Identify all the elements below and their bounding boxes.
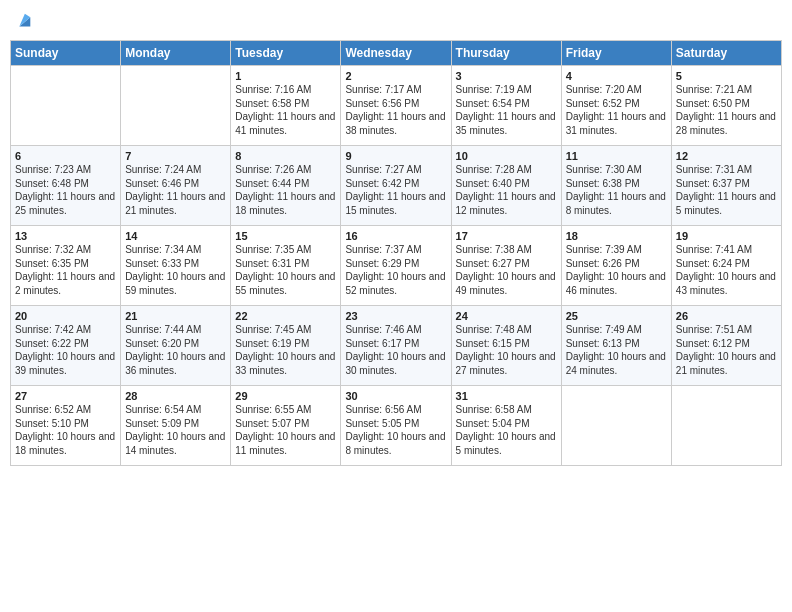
day-number: 24 [456, 310, 557, 322]
calendar-cell: 14Sunrise: 7:34 AM Sunset: 6:33 PM Dayli… [121, 226, 231, 306]
calendar-week-row: 1Sunrise: 7:16 AM Sunset: 6:58 PM Daylig… [11, 66, 782, 146]
calendar-cell [11, 66, 121, 146]
day-info: Sunrise: 7:46 AM Sunset: 6:17 PM Dayligh… [345, 323, 446, 377]
day-info: Sunrise: 7:51 AM Sunset: 6:12 PM Dayligh… [676, 323, 777, 377]
day-number: 29 [235, 390, 336, 402]
calendar-cell: 23Sunrise: 7:46 AM Sunset: 6:17 PM Dayli… [341, 306, 451, 386]
calendar-cell: 2Sunrise: 7:17 AM Sunset: 6:56 PM Daylig… [341, 66, 451, 146]
day-number: 9 [345, 150, 446, 162]
calendar-cell: 4Sunrise: 7:20 AM Sunset: 6:52 PM Daylig… [561, 66, 671, 146]
day-info: Sunrise: 7:20 AM Sunset: 6:52 PM Dayligh… [566, 83, 667, 137]
calendar-cell: 26Sunrise: 7:51 AM Sunset: 6:12 PM Dayli… [671, 306, 781, 386]
calendar-cell: 29Sunrise: 6:55 AM Sunset: 5:07 PM Dayli… [231, 386, 341, 466]
calendar-table: SundayMondayTuesdayWednesdayThursdayFrid… [10, 40, 782, 466]
logo-icon [12, 10, 34, 32]
day-info: Sunrise: 7:41 AM Sunset: 6:24 PM Dayligh… [676, 243, 777, 297]
day-number: 19 [676, 230, 777, 242]
day-info: Sunrise: 7:23 AM Sunset: 6:48 PM Dayligh… [15, 163, 116, 217]
calendar-header-row: SundayMondayTuesdayWednesdayThursdayFrid… [11, 41, 782, 66]
calendar-cell [671, 386, 781, 466]
day-info: Sunrise: 6:58 AM Sunset: 5:04 PM Dayligh… [456, 403, 557, 457]
day-info: Sunrise: 7:24 AM Sunset: 6:46 PM Dayligh… [125, 163, 226, 217]
day-number: 25 [566, 310, 667, 322]
day-info: Sunrise: 7:21 AM Sunset: 6:50 PM Dayligh… [676, 83, 777, 137]
day-number: 14 [125, 230, 226, 242]
day-info: Sunrise: 7:17 AM Sunset: 6:56 PM Dayligh… [345, 83, 446, 137]
day-info: Sunrise: 7:27 AM Sunset: 6:42 PM Dayligh… [345, 163, 446, 217]
calendar-cell: 16Sunrise: 7:37 AM Sunset: 6:29 PM Dayli… [341, 226, 451, 306]
header-monday: Monday [121, 41, 231, 66]
calendar-cell: 22Sunrise: 7:45 AM Sunset: 6:19 PM Dayli… [231, 306, 341, 386]
day-number: 15 [235, 230, 336, 242]
day-number: 2 [345, 70, 446, 82]
day-number: 31 [456, 390, 557, 402]
day-info: Sunrise: 7:28 AM Sunset: 6:40 PM Dayligh… [456, 163, 557, 217]
day-number: 28 [125, 390, 226, 402]
calendar-cell: 7Sunrise: 7:24 AM Sunset: 6:46 PM Daylig… [121, 146, 231, 226]
day-number: 23 [345, 310, 446, 322]
calendar-cell: 12Sunrise: 7:31 AM Sunset: 6:37 PM Dayli… [671, 146, 781, 226]
header-thursday: Thursday [451, 41, 561, 66]
calendar-week-row: 6Sunrise: 7:23 AM Sunset: 6:48 PM Daylig… [11, 146, 782, 226]
calendar-cell: 13Sunrise: 7:32 AM Sunset: 6:35 PM Dayli… [11, 226, 121, 306]
calendar-cell: 8Sunrise: 7:26 AM Sunset: 6:44 PM Daylig… [231, 146, 341, 226]
day-info: Sunrise: 7:42 AM Sunset: 6:22 PM Dayligh… [15, 323, 116, 377]
day-number: 27 [15, 390, 116, 402]
day-number: 30 [345, 390, 446, 402]
calendar-cell: 9Sunrise: 7:27 AM Sunset: 6:42 PM Daylig… [341, 146, 451, 226]
day-number: 4 [566, 70, 667, 82]
day-number: 1 [235, 70, 336, 82]
day-info: Sunrise: 6:56 AM Sunset: 5:05 PM Dayligh… [345, 403, 446, 457]
calendar-cell: 25Sunrise: 7:49 AM Sunset: 6:13 PM Dayli… [561, 306, 671, 386]
calendar-cell: 5Sunrise: 7:21 AM Sunset: 6:50 PM Daylig… [671, 66, 781, 146]
calendar-cell [121, 66, 231, 146]
calendar-cell: 30Sunrise: 6:56 AM Sunset: 5:05 PM Dayli… [341, 386, 451, 466]
day-number: 20 [15, 310, 116, 322]
day-number: 21 [125, 310, 226, 322]
day-info: Sunrise: 7:45 AM Sunset: 6:19 PM Dayligh… [235, 323, 336, 377]
calendar-cell: 28Sunrise: 6:54 AM Sunset: 5:09 PM Dayli… [121, 386, 231, 466]
calendar-cell [561, 386, 671, 466]
day-info: Sunrise: 7:37 AM Sunset: 6:29 PM Dayligh… [345, 243, 446, 297]
day-number: 11 [566, 150, 667, 162]
logo [10, 10, 34, 32]
day-info: Sunrise: 7:48 AM Sunset: 6:15 PM Dayligh… [456, 323, 557, 377]
day-number: 12 [676, 150, 777, 162]
header-friday: Friday [561, 41, 671, 66]
day-number: 16 [345, 230, 446, 242]
calendar-cell: 15Sunrise: 7:35 AM Sunset: 6:31 PM Dayli… [231, 226, 341, 306]
day-info: Sunrise: 7:39 AM Sunset: 6:26 PM Dayligh… [566, 243, 667, 297]
calendar-cell: 19Sunrise: 7:41 AM Sunset: 6:24 PM Dayli… [671, 226, 781, 306]
day-number: 22 [235, 310, 336, 322]
day-number: 13 [15, 230, 116, 242]
day-info: Sunrise: 7:19 AM Sunset: 6:54 PM Dayligh… [456, 83, 557, 137]
day-info: Sunrise: 6:52 AM Sunset: 5:10 PM Dayligh… [15, 403, 116, 457]
calendar-cell: 10Sunrise: 7:28 AM Sunset: 6:40 PM Dayli… [451, 146, 561, 226]
day-info: Sunrise: 7:49 AM Sunset: 6:13 PM Dayligh… [566, 323, 667, 377]
day-number: 6 [15, 150, 116, 162]
day-number: 7 [125, 150, 226, 162]
day-info: Sunrise: 7:34 AM Sunset: 6:33 PM Dayligh… [125, 243, 226, 297]
calendar-cell: 1Sunrise: 7:16 AM Sunset: 6:58 PM Daylig… [231, 66, 341, 146]
day-number: 8 [235, 150, 336, 162]
calendar-cell: 18Sunrise: 7:39 AM Sunset: 6:26 PM Dayli… [561, 226, 671, 306]
header-sunday: Sunday [11, 41, 121, 66]
day-number: 18 [566, 230, 667, 242]
calendar-cell: 20Sunrise: 7:42 AM Sunset: 6:22 PM Dayli… [11, 306, 121, 386]
day-info: Sunrise: 7:31 AM Sunset: 6:37 PM Dayligh… [676, 163, 777, 217]
day-number: 3 [456, 70, 557, 82]
calendar-cell: 6Sunrise: 7:23 AM Sunset: 6:48 PM Daylig… [11, 146, 121, 226]
calendar-week-row: 27Sunrise: 6:52 AM Sunset: 5:10 PM Dayli… [11, 386, 782, 466]
day-info: Sunrise: 7:32 AM Sunset: 6:35 PM Dayligh… [15, 243, 116, 297]
day-info: Sunrise: 7:38 AM Sunset: 6:27 PM Dayligh… [456, 243, 557, 297]
calendar-week-row: 20Sunrise: 7:42 AM Sunset: 6:22 PM Dayli… [11, 306, 782, 386]
day-info: Sunrise: 7:35 AM Sunset: 6:31 PM Dayligh… [235, 243, 336, 297]
day-info: Sunrise: 7:16 AM Sunset: 6:58 PM Dayligh… [235, 83, 336, 137]
calendar-cell: 27Sunrise: 6:52 AM Sunset: 5:10 PM Dayli… [11, 386, 121, 466]
header-wednesday: Wednesday [341, 41, 451, 66]
day-info: Sunrise: 7:26 AM Sunset: 6:44 PM Dayligh… [235, 163, 336, 217]
calendar-week-row: 13Sunrise: 7:32 AM Sunset: 6:35 PM Dayli… [11, 226, 782, 306]
calendar-cell: 31Sunrise: 6:58 AM Sunset: 5:04 PM Dayli… [451, 386, 561, 466]
day-info: Sunrise: 7:44 AM Sunset: 6:20 PM Dayligh… [125, 323, 226, 377]
header-saturday: Saturday [671, 41, 781, 66]
